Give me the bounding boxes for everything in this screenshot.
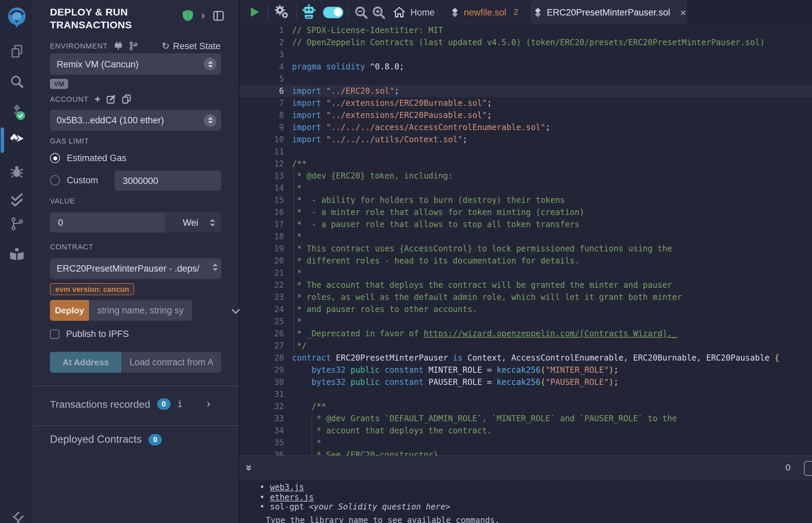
line-number: 5 [240,73,284,85]
code-line[interactable]: 2// OpenZeppelin Contracts (last updated… [240,36,812,49]
code-line[interactable]: 29 bytes32 public constant MINTER_ROLE =… [240,364,812,376]
code-line[interactable]: 18 * [240,231,812,242]
code-line[interactable]: 6import "../ERC20.sol"; [240,85,812,97]
expand-deploy-icon[interactable] [231,305,240,314]
contract-select[interactable]: ERC20PresetMinterPauser - .deps/ [50,258,221,279]
code-line[interactable]: 22 * The account that deploys the contra… [240,279,812,291]
code-line[interactable]: 5 [240,73,812,85]
environment-select[interactable]: Remix VM (Cancun) [50,53,221,75]
at-address-input[interactable] [121,352,221,373]
plug-icon[interactable] [113,41,122,51]
value-input[interactable] [50,212,165,233]
code-line[interactable]: 34 * account that deploys the contract. [240,425,812,437]
code-line[interactable]: 13 * @dev {ERC20} token, including: [240,170,812,182]
code-line[interactable]: 36 * See {ERC20-constructor}. [240,449,812,456]
section-divider [34,425,239,426]
environment-label: ENVIRONMENT [50,42,108,50]
account-select[interactable]: 0x5B3...eddC4 (100 ether) [50,110,221,131]
code-line[interactable]: 1// SPDX-License-Identifier: MIT [240,24,812,36]
code-line[interactable]: 4pragma solidity ^0.8.0; [240,61,812,73]
code-line[interactable]: 24 * and pauser roles to other accounts. [240,303,812,315]
tab-erc20-preset[interactable]: ERC20PresetMinterPauser.sol × [532,0,687,24]
code-line[interactable]: 19 * This contract uses {AccessControl} … [240,242,812,255]
code-line[interactable]: 17 * - a pauser role that allows to stop… [240,218,812,231]
line-number: 9 [240,121,284,133]
terminal-search-input[interactable] [804,461,812,476]
close-tab-icon[interactable]: × [680,6,686,18]
plugin-manager-icon[interactable] [0,507,34,523]
at-address-button[interactable]: At Address [50,352,121,373]
git-icon[interactable] [0,212,34,236]
code-line[interactable]: 20 * different roles - head to its docum… [240,255,812,267]
run-script-button[interactable] [246,0,264,24]
zoom-out-icon[interactable] [351,0,370,24]
publish-ipfs-checkbox[interactable] [50,329,59,339]
code-line[interactable]: 26 * _Deprecated in favor of https://wiz… [240,327,812,340]
code-line[interactable]: 33 * @dev Grants `DEFAULT_ADMIN_ROLE`, `… [240,413,812,425]
code-line[interactable]: 25 * [240,315,812,327]
editor-area: Home newfile.sol 2 ERC20PresetMinterPaus… [240,0,812,523]
fork-icon[interactable] [128,41,138,51]
split-panel-icon[interactable] [213,11,224,21]
home-icon [393,7,406,18]
shield-icon [183,10,193,22]
expand-transactions-icon[interactable]: › [207,398,210,410]
code-line[interactable]: 14 * [240,182,812,194]
code-line[interactable]: 8import "../extensions/ERC20Pausable.sol… [240,109,812,121]
estimated-gas-radio[interactable] [50,153,60,163]
unit-testing-icon[interactable] [0,188,34,212]
code-line[interactable]: 28contract ERC20PresetMinterPauser is Co… [240,352,812,364]
expand-terminal-icon[interactable]: » [243,465,255,471]
transactions-recorded-row[interactable]: Transactions recorded 0 i › [50,396,224,411]
value-unit-select[interactable]: Wei [165,212,221,233]
code-editor[interactable]: 1// SPDX-License-Identifier: MIT2// Open… [240,24,812,456]
custom-gas-input[interactable] [114,170,221,191]
solidity-file-icon [450,7,459,17]
code-line[interactable]: 23 * roles, as well as the default admin… [240,291,812,303]
code-line[interactable]: 21 * [240,267,812,279]
code-line[interactable]: 9import "../../../access/AccessControlEn… [240,121,812,133]
file-explorer-icon[interactable] [0,39,34,64]
ai-copilot-toggle[interactable] [320,0,346,24]
code-line[interactable]: 35 * [240,437,812,449]
deploy-args-input[interactable] [89,300,192,321]
tab-home[interactable]: Home [390,0,438,24]
tabbar-empty-space [687,0,812,24]
edit-account-icon[interactable] [107,94,116,104]
remix-logo[interactable] [0,5,34,30]
tab-newfile[interactable]: newfile.sol 2 [438,0,531,24]
code-line[interactable]: 27 */ [240,340,812,352]
line-number: 8 [240,109,284,121]
chevron-right-icon[interactable]: › [201,9,205,22]
copy-account-icon[interactable] [122,94,131,104]
learneth-icon[interactable] [0,242,34,266]
ai-copilot-icon[interactable] [299,0,319,24]
debugger-icon[interactable] [0,159,34,183]
code-line[interactable]: 32 /** [240,400,812,413]
line-number: 23 [240,291,284,303]
code-line[interactable]: 31 [240,388,812,400]
code-line[interactable]: 11 [240,146,812,158]
reset-state-button[interactable]: ↻ Reset State [161,40,220,51]
code-line[interactable]: 30 bytes32 public constant PAUSER_ROLE =… [240,376,812,388]
script-config-icon[interactable] [272,0,292,24]
search-icon[interactable] [0,69,34,94]
code-line[interactable]: 7import "../extensions/ERC20Burnable.sol… [240,97,812,109]
line-number: 31 [240,388,284,400]
solidity-compiler-icon[interactable] [0,100,34,124]
custom-gas-radio[interactable] [50,175,60,185]
info-icon[interactable]: i [177,399,182,409]
code-line[interactable]: 12/** [240,158,812,170]
deploy-button[interactable]: Deploy [50,300,89,321]
terminal-list-item[interactable]: •ethers.js [260,492,314,502]
code-line[interactable]: 15 * - ability for holders to burn (dest… [240,194,812,206]
terminal-bar: » 0 [240,456,812,480]
terminal-list-item[interactable]: •web3.js [260,483,304,492]
add-account-icon[interactable]: + [94,95,101,103]
deploy-run-icon[interactable] [0,128,34,152]
code-line[interactable]: 16 * - a minter role that allows for tok… [240,206,812,218]
code-line[interactable]: 10import "../../../utils/Context.sol"; [240,133,812,146]
select-arrows-icon [212,264,218,271]
zoom-in-icon[interactable] [369,0,388,24]
code-line[interactable]: 3 [240,49,812,61]
